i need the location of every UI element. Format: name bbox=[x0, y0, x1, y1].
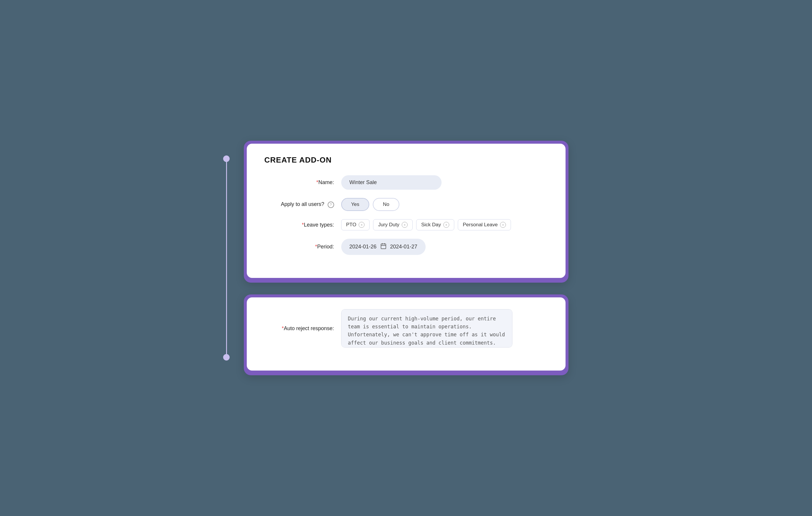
leave-tag-sick-day: Sick Day × bbox=[416, 219, 454, 231]
period-row: *Period: 2024-01-26 2024-01-27 bbox=[264, 239, 548, 255]
period-field[interactable]: 2024-01-26 2024-01-27 bbox=[341, 239, 426, 255]
auto-reject-card: *Auto reject response: During our curren… bbox=[247, 297, 566, 370]
yes-button[interactable]: Yes bbox=[341, 198, 370, 211]
create-addon-card: CREATE ADD-ON *Name: Apply to all users?… bbox=[247, 144, 566, 278]
calendar-icon bbox=[380, 243, 387, 251]
leave-types-container: PTO × Jury Duty × Sick Day × Personal Le… bbox=[341, 219, 511, 231]
name-input[interactable] bbox=[341, 175, 441, 190]
timeline bbox=[226, 155, 227, 361]
timeline-dot-top bbox=[223, 155, 230, 162]
apply-label: Apply to all users? ? bbox=[264, 201, 341, 208]
leave-types-row: *Leave types: PTO × Jury Duty × Sick Day… bbox=[264, 219, 548, 231]
card-title: CREATE ADD-ON bbox=[264, 155, 548, 164]
remove-sick-day-button[interactable]: × bbox=[443, 222, 449, 228]
auto-reject-card-wrapper: *Auto reject response: During our curren… bbox=[244, 295, 569, 375]
timeline-dot-bottom bbox=[223, 354, 230, 361]
help-icon[interactable]: ? bbox=[328, 202, 334, 208]
period-start-date: 2024-01-26 bbox=[349, 244, 377, 250]
leave-tag-personal-leave-label: Personal Leave bbox=[463, 222, 498, 228]
toggle-group: Yes No bbox=[341, 198, 399, 211]
period-end-date: 2024-01-27 bbox=[390, 244, 417, 250]
auto-reject-row: *Auto reject response: During our curren… bbox=[264, 309, 548, 347]
auto-reject-label: *Auto reject response: bbox=[264, 326, 341, 332]
leave-tag-personal-leave: Personal Leave × bbox=[458, 219, 511, 231]
svg-rect-0 bbox=[381, 244, 386, 249]
page-container: CREATE ADD-ON *Name: Apply to all users?… bbox=[244, 141, 569, 375]
remove-personal-leave-button[interactable]: × bbox=[500, 222, 506, 228]
period-label: *Period: bbox=[264, 244, 341, 250]
remove-jury-duty-button[interactable]: × bbox=[402, 222, 408, 228]
create-addon-card-wrapper: CREATE ADD-ON *Name: Apply to all users?… bbox=[244, 141, 569, 283]
auto-reject-textarea[interactable]: During our current high-volume period, o… bbox=[341, 309, 513, 347]
leave-tag-pto-label: PTO bbox=[346, 222, 356, 228]
leave-types-label: *Leave types: bbox=[264, 222, 341, 228]
leave-tag-sick-day-label: Sick Day bbox=[421, 222, 441, 228]
remove-pto-button[interactable]: × bbox=[359, 222, 365, 228]
apply-users-row: Apply to all users? ? Yes No bbox=[264, 198, 548, 211]
leave-tag-jury-duty: Jury Duty × bbox=[373, 219, 413, 231]
leave-tag-jury-duty-label: Jury Duty bbox=[378, 222, 399, 228]
name-row: *Name: bbox=[264, 175, 548, 190]
name-label: *Name: bbox=[264, 179, 341, 186]
no-button[interactable]: No bbox=[373, 198, 399, 211]
leave-tag-pto: PTO × bbox=[341, 219, 370, 231]
